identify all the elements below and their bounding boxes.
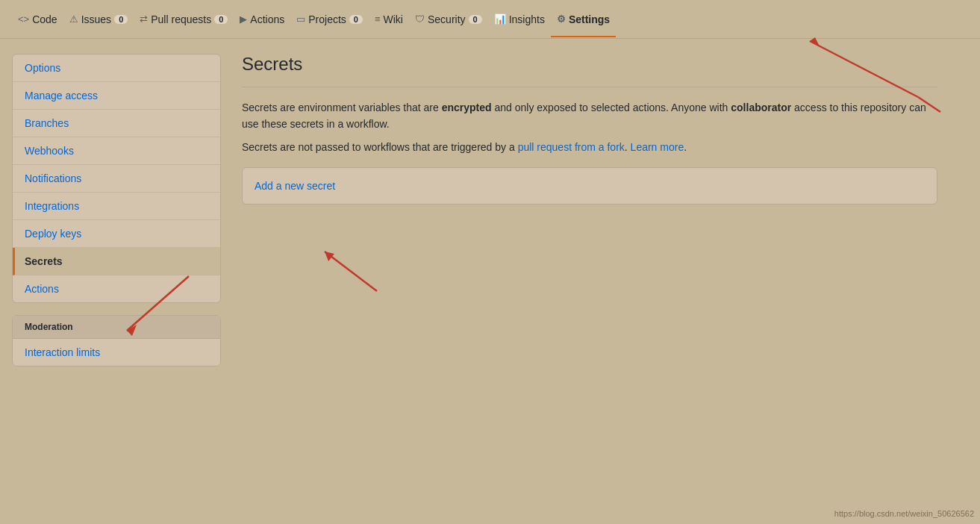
- moderation-header: Moderation: [13, 316, 220, 339]
- nav-security-label: Security: [428, 13, 466, 25]
- description-2: Secrets are not passed to workflows that…: [242, 139, 937, 155]
- desc1-bold1: encrypted: [442, 102, 492, 113]
- desc2-part2: .: [625, 141, 631, 153]
- nav-settings[interactable]: ⚙ Settings: [551, 3, 616, 37]
- nav-code[interactable]: <> Code: [12, 3, 63, 37]
- sidebar-item-secrets[interactable]: Secrets: [13, 248, 220, 275]
- sidebar-item-webhooks[interactable]: Webhooks: [13, 137, 220, 165]
- sidebar-item-deploy-keys[interactable]: Deploy keys: [13, 220, 220, 248]
- desc2-end: .: [684, 141, 687, 153]
- watermark: https://blog.csdn.net/weixin_50626562: [834, 509, 974, 518]
- nav-issues[interactable]: ⚠ Issues 0: [63, 3, 134, 37]
- nav-settings-label: Settings: [569, 13, 610, 25]
- nav-wiki[interactable]: ≡ Wiki: [369, 3, 409, 37]
- nav-actions[interactable]: ▶ Actions: [234, 3, 290, 37]
- sidebar-item-interaction-limits[interactable]: Interaction limits: [13, 339, 220, 366]
- nav-code-label: Code: [32, 13, 57, 25]
- pull-request-fork-link[interactable]: pull request from a fork: [518, 141, 625, 153]
- wiki-icon: ≡: [375, 13, 381, 25]
- learn-more-link[interactable]: Learn more: [631, 141, 684, 153]
- security-icon: 🛡: [415, 13, 425, 25]
- sidebar-main-group: Options Manage access Branches Webhooks …: [12, 54, 221, 303]
- sidebar-item-integrations[interactable]: Integrations: [13, 193, 220, 220]
- desc1-part2: and only exposed to selected actions. An…: [492, 102, 731, 113]
- nav-issues-label: Issues: [81, 13, 111, 25]
- nav-insights[interactable]: 📊 Insights: [488, 3, 551, 37]
- projects-icon: ▭: [296, 13, 305, 25]
- desc2-part1: Secrets are not passed to workflows that…: [242, 141, 518, 153]
- desc1-part1: Secrets are environment variables that a…: [242, 102, 442, 113]
- sidebar-moderation-group: Moderation Interaction limits: [12, 315, 221, 367]
- nav-pr-label: Pull requests: [151, 13, 211, 25]
- sidebar: Options Manage access Branches Webhooks …: [12, 54, 221, 378]
- insights-icon: 📊: [494, 13, 506, 25]
- title-divider: [242, 87, 937, 87]
- nav-insights-label: Insights: [509, 13, 545, 25]
- nav-security[interactable]: 🛡 Security 0: [409, 3, 488, 37]
- secrets-box: Add a new secret: [242, 167, 937, 205]
- add-new-secret-link[interactable]: Add a new secret: [243, 168, 937, 204]
- nav-projects-label: Projects: [308, 13, 346, 25]
- nav-pull-requests[interactable]: ⇄ Pull requests 0: [134, 3, 234, 37]
- sidebar-item-branches[interactable]: Branches: [13, 110, 220, 137]
- pr-icon: ⇄: [140, 13, 148, 25]
- security-badge: 0: [469, 15, 482, 24]
- sidebar-item-notifications[interactable]: Notifications: [13, 165, 220, 193]
- desc1-bold2: collaborator: [731, 102, 791, 113]
- sidebar-item-manage-access[interactable]: Manage access: [13, 82, 220, 110]
- main-content: Secrets Secrets are environment variable…: [236, 54, 943, 378]
- nav-projects[interactable]: ▭ Projects 0: [290, 3, 369, 37]
- pr-badge: 0: [214, 15, 228, 24]
- actions-icon: ▶: [240, 13, 247, 25]
- description-1: Secrets are environment variables that a…: [242, 99, 937, 133]
- issues-icon: ⚠: [69, 13, 78, 25]
- page-layout: Options Manage access Branches Webhooks …: [0, 39, 955, 393]
- top-nav: <> Code ⚠ Issues 0 ⇄ Pull requests 0 ▶ A…: [0, 0, 980, 39]
- nav-wiki-label: Wiki: [384, 13, 403, 25]
- code-icon: <>: [18, 13, 29, 25]
- sidebar-item-actions[interactable]: Actions: [13, 275, 220, 302]
- settings-icon: ⚙: [557, 13, 566, 25]
- page-title: Secrets: [242, 54, 937, 75]
- nav-actions-label: Actions: [250, 13, 284, 25]
- sidebar-item-options[interactable]: Options: [13, 54, 220, 82]
- projects-badge: 0: [349, 15, 363, 24]
- issues-badge: 0: [114, 15, 128, 24]
